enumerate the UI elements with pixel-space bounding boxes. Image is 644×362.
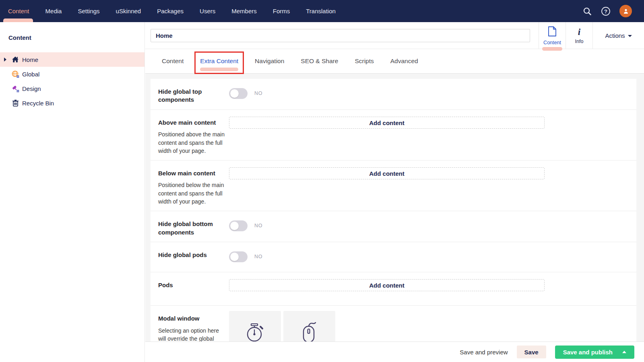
search-icon[interactable] [582,6,592,16]
tree-item-design[interactable]: Design [0,81,144,96]
nav-item-label: uSkinned [116,8,141,14]
add-content-label: Add content [369,282,405,289]
nav-item-label: Content [8,8,29,14]
tab-navigation[interactable]: Navigation [255,49,284,73]
toggle-hide-global-bottom[interactable] [229,220,248,231]
tab-label: Scripts [355,58,374,65]
top-nav-utilities: ? [582,5,644,17]
toggle-state-label: NO [254,254,262,259]
tree-item-recycle-bin[interactable]: Recycle Bin [0,96,144,110]
top-navigation: Content Media Settings uSkinned Packages… [0,0,644,22]
document-icon [548,26,557,38]
add-content-label: Add content [369,170,405,177]
nav-item-label: Translation [306,8,336,14]
actions-dropdown[interactable]: Actions [592,22,644,49]
toggle-state-label: NO [254,90,262,96]
sidebar-section-title: Content [0,22,144,41]
section-menu: Content Media Settings uSkinned Packages… [0,0,336,22]
trash-icon [11,99,19,107]
field-label: Hide global pods [158,247,229,267]
field-hide-global-bottom-components: Hide global bottom components NO [151,211,636,242]
modal-option-timer[interactable] [229,311,281,341]
tab-scripts[interactable]: Scripts [355,49,374,73]
active-section-indicator [3,19,33,22]
info-icon: i [578,27,580,37]
add-content-button[interactable]: Add content [229,279,545,291]
save-and-preview-button[interactable]: Save and preview [460,349,508,356]
field-label: Modal window [158,311,229,323]
tree-item-global[interactable]: Global [0,67,144,81]
toggle-state-label: NO [254,223,262,228]
app-tab-content[interactable]: Content [539,22,566,49]
nav-item-users[interactable]: Users [200,0,215,22]
chevron-down-icon [628,35,632,37]
nav-item-label: Settings [78,8,99,14]
page-title-input[interactable] [151,29,530,42]
tab-label: Advanced [390,58,418,65]
tree-item-label: Design [22,85,41,92]
home-icon [11,56,19,64]
nav-item-translation[interactable]: Translation [306,0,336,22]
field-pods: Pods Add content [151,272,636,306]
editor-footer: Save and preview Save Save and publish [145,341,644,362]
tab-label: Navigation [255,58,284,65]
nav-item-label: Members [231,8,257,14]
editor-header: Content i Info Actions [145,22,644,49]
toggle-knob [230,253,239,261]
nav-item-packages[interactable]: Packages [157,0,184,22]
actions-label: Actions [605,32,625,39]
app-tab-info[interactable]: i Info [566,22,592,49]
editor-app-switcher: Content i Info Actions [539,22,644,49]
umbraco-backoffice: Content Media Settings uSkinned Packages… [0,0,644,362]
toggle-hide-global-pods[interactable] [229,251,248,262]
expand-caret-icon[interactable] [4,58,6,62]
add-content-button[interactable]: Add content [229,167,545,179]
field-description: Positioned below the main content and sp… [158,181,229,206]
active-app-indicator [542,47,562,51]
toggle-knob [230,222,239,230]
nav-item-media[interactable]: Media [45,0,62,22]
field-label: Pods [158,278,229,300]
tab-extra-content[interactable]: Extra Content [200,49,238,73]
timer-icon [244,321,266,341]
save-and-publish-button[interactable]: Save and publish [555,346,634,359]
modal-option-tiles [229,311,625,341]
tree-item-label: Global [22,71,39,78]
tab-seo-share[interactable]: SEO & Share [301,49,338,73]
chevron-up-icon [622,351,626,353]
help-icon[interactable]: ? [601,6,611,16]
modal-option-mouse[interactable] [283,311,335,341]
field-label: Hide global top components [158,84,229,104]
properties-card: Hide global top components NO Above main… [151,79,636,341]
editor-panel: Content i Info Actions Content Extra Con… [145,22,644,362]
tree-item-label: Home [22,56,38,63]
content-tab-bar: Content Extra Content Navigation SEO & S… [145,49,644,74]
nav-item-uskinned[interactable]: uSkinned [116,0,141,22]
add-content-label: Add content [369,119,405,126]
tab-advanced[interactable]: Advanced [390,49,418,73]
add-content-button[interactable]: Add content [229,117,545,129]
toggle-hide-global-top[interactable] [229,88,248,99]
field-hide-global-pods: Hide global pods NO [151,242,636,272]
globe-icon [11,70,19,78]
nav-item-members[interactable]: Members [231,0,257,22]
save-button[interactable]: Save [517,346,546,358]
toggle-knob [230,89,239,98]
editor-scroll-area[interactable]: Hide global top components NO Above main… [145,74,644,341]
field-label: Below main content [158,166,229,177]
field-label: Above main content [158,115,229,127]
nav-item-forms[interactable]: Forms [273,0,290,22]
svg-text:?: ? [604,8,607,14]
field-modal-window: Modal window Selecting an option here wi… [151,306,636,341]
tab-label: Extra Content [200,58,238,65]
nav-item-label: Users [200,8,215,14]
nav-item-settings[interactable]: Settings [78,0,99,22]
app-tab-label: Content [543,40,561,45]
tree-item-label: Recycle Bin [22,100,54,107]
tab-content[interactable]: Content [162,49,184,73]
nav-item-content[interactable]: Content [8,0,29,22]
nav-item-label: Forms [273,8,290,14]
tree-item-home[interactable]: Home [0,52,144,67]
user-avatar[interactable] [619,5,632,17]
field-label: Hide global bottom components [158,216,229,237]
